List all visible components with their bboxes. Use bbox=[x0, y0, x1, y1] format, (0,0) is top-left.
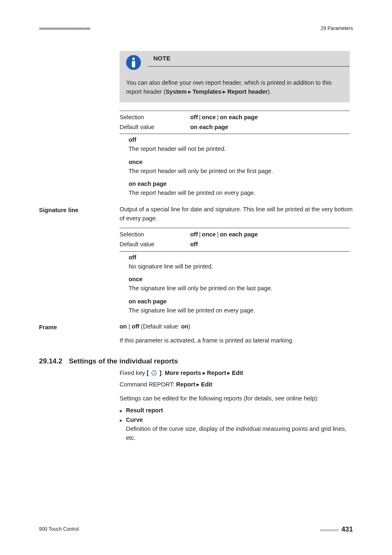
command-report-line: Command REPORT: Report▸Edit bbox=[120, 380, 350, 389]
default-value: on each page bbox=[190, 123, 350, 132]
print-icon bbox=[150, 370, 158, 376]
page-header: ■■■■■■■■■■■■■■■■■■■■■■ 29 Parameters bbox=[39, 25, 353, 32]
selection-value: off|once|on each page bbox=[190, 113, 350, 122]
note-title: NOTE bbox=[148, 51, 350, 67]
option-once-term: once bbox=[129, 275, 350, 284]
option-off-term: off bbox=[129, 136, 350, 145]
list-item: Result report bbox=[120, 406, 350, 416]
signature-line-selection-table: Selection off|once|on each page Default … bbox=[120, 228, 350, 252]
curve-desc: Definition of the curve size, display of… bbox=[126, 426, 346, 441]
section-title: Settings of the individual reports bbox=[69, 356, 178, 367]
footer-ornament: ■■■■■■■■ bbox=[320, 527, 338, 532]
section-heading: 29.14.2 Settings of the individual repor… bbox=[39, 356, 353, 367]
list-item: Curve Definition of the curve size, disp… bbox=[120, 415, 350, 443]
frame-section: Frame on | off (Default value: on) If th… bbox=[39, 322, 353, 345]
header-chapter: 29 Parameters bbox=[321, 25, 353, 32]
note-box: NOTE You can also define your own report… bbox=[120, 51, 350, 102]
fixed-key-line: Fixed key [ ]: More reports▸Report▸Edit bbox=[120, 369, 350, 378]
option-each-desc: The signature line will be printed on ev… bbox=[129, 306, 350, 315]
page-number: 431 bbox=[341, 525, 353, 533]
page-footer: 900 Touch Control ■■■■■■■■ 431 bbox=[39, 524, 353, 535]
option-off-term: off bbox=[129, 253, 350, 262]
default-label: Default value bbox=[120, 123, 190, 132]
option-once-term: once bbox=[129, 158, 350, 167]
signature-line-options: off No signature line will be printed. o… bbox=[120, 252, 350, 318]
option-each-term: on each page bbox=[129, 180, 350, 189]
option-once-desc: The report header will only be printed o… bbox=[129, 167, 350, 176]
selection-value: off|once|on each page bbox=[190, 230, 350, 239]
frame-label: Frame bbox=[39, 322, 113, 332]
section-intro: Settings can be edited for the following… bbox=[120, 394, 350, 403]
frame-toggle: on | off (Default value: on) bbox=[120, 322, 353, 331]
frame-desc: If this parameter is activated, a frame … bbox=[120, 336, 353, 345]
option-once-desc: The signature line will only be printed … bbox=[129, 284, 350, 293]
signature-line-intro: Output of a special line for date and si… bbox=[120, 205, 353, 223]
option-off-desc: No signature line will be printed. bbox=[129, 262, 350, 271]
report-header-options: off The report header will not be printe… bbox=[120, 134, 350, 200]
header-ornament-left: ■■■■■■■■■■■■■■■■■■■■■■ bbox=[39, 25, 90, 32]
option-off-desc: The report header will not be printed. bbox=[129, 145, 350, 154]
selection-label: Selection bbox=[120, 230, 190, 239]
report-header-selection-table: Selection off|once|on each page Default … bbox=[120, 111, 350, 134]
default-value: off bbox=[190, 240, 350, 249]
signature-line-section: Signature line Output of a special line … bbox=[39, 205, 353, 223]
report-types-list: Result report Curve Definition of the cu… bbox=[120, 406, 350, 443]
option-each-desc: The report header will be printed on eve… bbox=[129, 189, 350, 198]
note-body: You can also define your own report head… bbox=[120, 74, 350, 102]
section-number: 29.14.2 bbox=[39, 356, 62, 367]
result-report-title: Result report bbox=[126, 407, 163, 414]
curve-title: Curve bbox=[126, 416, 143, 423]
default-label: Default value bbox=[120, 240, 190, 249]
footer-product: 900 Touch Control bbox=[39, 525, 79, 533]
option-each-term: on each page bbox=[129, 297, 350, 306]
info-icon bbox=[120, 51, 148, 74]
selection-label: Selection bbox=[120, 113, 190, 122]
signature-line-label: Signature line bbox=[39, 205, 113, 215]
